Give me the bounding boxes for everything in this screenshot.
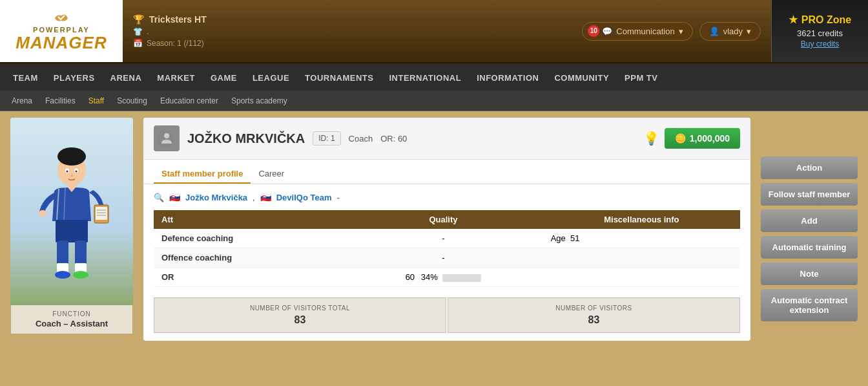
user-label: vlady <box>723 27 743 36</box>
misc-defence: Age 51 <box>543 229 740 248</box>
calendar-icon: 📅 <box>133 39 143 48</box>
col-att: Att <box>154 210 344 229</box>
header-season: 📅 Season: 1 (/112) <box>133 39 561 48</box>
svg-point-22 <box>73 271 88 279</box>
pro-zone-label: PRO Zone <box>801 14 851 26</box>
att-defence: Defence coaching <box>154 229 344 248</box>
header: POWERPLAY MANAGER 🏆 Tricksters HT 👕 . 📅 … <box>0 0 868 63</box>
logo-powerplay: POWERPLAY <box>16 26 107 34</box>
nav-item-league[interactable]: LEAGUE <box>245 63 297 91</box>
att-or: OR <box>154 268 344 287</box>
avatar-figure <box>17 137 127 305</box>
search-icon: 🔍 <box>154 193 164 202</box>
subnav-item-arena[interactable]: Arena <box>5 91 39 111</box>
subnav-item-staff[interactable]: Staff <box>82 91 110 111</box>
comm-icon: 💬 <box>602 27 612 36</box>
star-icon: ★ <box>789 14 798 26</box>
profile-content: 🔍 🇸🇰 Jožko Mrkvička , 🇸🇰 DevilQo Team - … <box>143 184 750 341</box>
right-panel: JOŽKO MRKVIČKA ID: 1 Coach OR: 60 💡 🪙 1,… <box>143 118 750 341</box>
pro-zone-credits: 3621 credits <box>797 28 843 38</box>
or-value: 60 <box>406 272 415 282</box>
table-row: Defence coaching - Age 51 <box>154 229 740 248</box>
subnav-item-scouting[interactable]: Scouting <box>110 91 154 111</box>
user-icon: 👤 <box>709 27 719 36</box>
logo-area: POWERPLAY MANAGER <box>0 0 123 62</box>
or-pct: 34% <box>421 272 438 282</box>
tabs: Staff member profile Career <box>143 160 750 184</box>
money-button[interactable]: 🪙 1,000,000 <box>665 128 740 149</box>
visitor-current-label: NUMBER OF VISITORS <box>455 305 733 312</box>
profile-or: OR: 60 <box>380 134 407 144</box>
profile-role: Coach <box>349 134 373 144</box>
pro-zone: ★ PRO Zone 3621 credits Buy credits <box>771 0 868 62</box>
nav-item-ppmtv[interactable]: PPM TV <box>617 63 665 91</box>
header-actions: 10 💬 Communication ▾ 👤 vlady ▾ <box>572 0 771 62</box>
svg-rect-11 <box>96 207 107 220</box>
logo-text: POWERPLAY MANAGER <box>16 10 107 52</box>
att-offence: Offence coaching <box>154 248 344 268</box>
add-button[interactable]: Add <box>761 209 858 232</box>
nav-item-information[interactable]: INFORMATION <box>469 63 546 91</box>
svg-point-24 <box>164 133 169 138</box>
subnav: Arena Facilities Staff Scouting Educatio… <box>0 91 868 111</box>
function-value: Coach – Assistant <box>16 319 127 328</box>
svg-point-4 <box>67 171 68 173</box>
main-content: FUNCTION Coach – Assistant JOŽKO MRKVIČK… <box>0 111 868 347</box>
function-area: FUNCTION Coach – Assistant <box>10 305 133 334</box>
player-flag: 🇸🇰 <box>169 192 180 202</box>
profile-icon <box>154 125 180 151</box>
subnav-item-facilities[interactable]: Facilities <box>39 91 82 111</box>
table-row: Offence coaching - <box>154 248 740 268</box>
nav-item-arena[interactable]: ARENA <box>103 63 150 91</box>
profile-header: JOŽKO MRKVIČKA ID: 1 Coach OR: 60 💡 🪙 1,… <box>143 118 750 160</box>
svg-point-15 <box>39 210 46 217</box>
automatic-training-button[interactable]: Automatic training <box>761 236 858 259</box>
function-label: FUNCTION <box>16 310 127 317</box>
subnav-item-education[interactable]: Education center <box>154 91 225 111</box>
buy-credits-link[interactable]: Buy credits <box>801 39 839 48</box>
visitor-total-label: NUMBER OF VISITORS TOTAL <box>161 305 439 312</box>
subnav-item-sports-academy[interactable]: Sports academy <box>225 91 294 111</box>
note-button[interactable]: Note <box>761 263 858 285</box>
visitor-total-value: 83 <box>161 314 439 326</box>
season-text: Season: 1 (/112) <box>147 39 204 48</box>
action-button[interactable]: Action <box>761 156 858 179</box>
navbar: TEAM PLAYERS ARENA MARKET GAME LEAGUE TO… <box>0 63 868 91</box>
svg-point-21 <box>55 271 70 279</box>
nav-item-community[interactable]: COMMUNITY <box>546 63 617 91</box>
search-row: 🔍 🇸🇰 Jožko Mrkvička , 🇸🇰 DevilQo Team - <box>154 192 740 202</box>
player-name-link[interactable]: Jožko Mrkvička <box>185 193 247 202</box>
quality-or: 60 34% <box>344 268 542 287</box>
quality-offence: - <box>344 248 542 268</box>
tab-career[interactable]: Career <box>251 165 292 184</box>
svg-rect-16 <box>56 220 88 242</box>
table-row: OR 60 34% <box>154 268 740 287</box>
follow-staff-button[interactable]: Follow staff member <box>761 183 858 206</box>
communication-button[interactable]: 10 💬 Communication ▾ <box>582 22 692 41</box>
profile-name: JOŽKO MRKVIČKA <box>187 131 305 146</box>
nav-item-players[interactable]: PLAYERS <box>46 63 103 91</box>
nav-item-team[interactable]: TEAM <box>5 63 46 91</box>
bulb-icon[interactable]: 💡 <box>643 131 659 146</box>
or-progress-bar <box>442 274 481 282</box>
tab-staff-profile[interactable]: Staff member profile <box>154 165 251 184</box>
shirt-icon: 👕 <box>133 27 143 36</box>
col-quality: Quality <box>344 210 542 229</box>
quality-defence: - <box>344 229 542 248</box>
misc-value-age: 51 <box>570 233 579 243</box>
misc-label-age: Age <box>551 233 566 243</box>
header-center: 🏆 Tricksters HT 👕 . 📅 Season: 1 (/112) <box>123 0 572 62</box>
profile-id: ID: 1 <box>313 131 340 145</box>
auto-contract-button[interactable]: Automatic contract extension <box>761 289 858 321</box>
avatar-area <box>10 118 133 305</box>
nav-item-tournaments[interactable]: TOURNAMENTS <box>297 63 381 91</box>
nav-item-market[interactable]: MARKET <box>149 63 203 91</box>
money-value: 1,000,000 <box>690 133 730 144</box>
user-button[interactable]: 👤 vlady ▾ <box>699 22 761 41</box>
svg-point-6 <box>70 175 73 177</box>
nav-item-game[interactable]: GAME <box>203 63 245 91</box>
nav-item-international[interactable]: INTERNATIONAL <box>381 63 469 91</box>
logo-manager: MANAGER <box>16 34 107 52</box>
misc-offence <box>543 248 740 268</box>
team-name-link[interactable]: DevilQo Team <box>276 193 332 202</box>
